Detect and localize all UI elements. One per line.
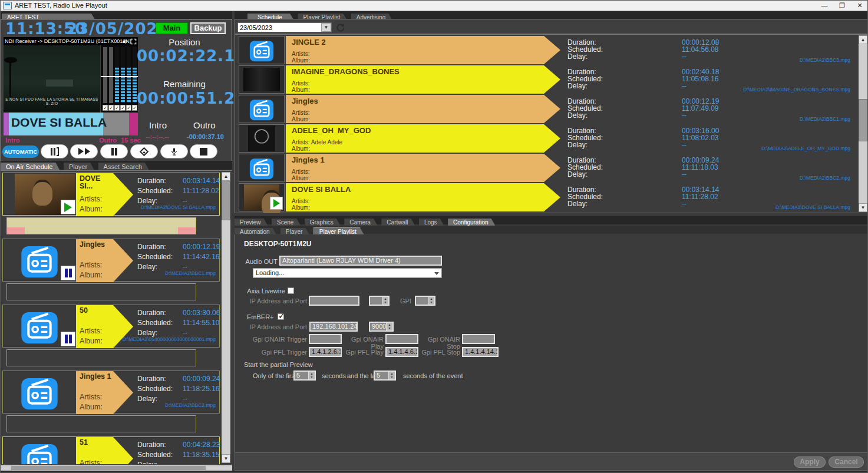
backup-button[interactable]: Backup [190, 22, 226, 34]
gpi-spinner[interactable]: ▲▼ [415, 296, 435, 306]
meter-checkbox-4[interactable]: ✓ [120, 105, 126, 111]
close-button[interactable]: ✕ [852, 1, 867, 10]
schedule-scrollbar[interactable]: ▲ ▼ [859, 35, 867, 212]
spinner-buttons[interactable]: ▲▼ [388, 372, 395, 379]
microphone-button[interactable] [160, 144, 188, 158]
album-label: Album: [80, 205, 103, 213]
meter-checkbox-2[interactable]: ✓ [108, 105, 114, 111]
file-path: D:\MEDIA2\DOVE SI BALLA.mpg [141, 204, 216, 210]
cancel-button[interactable]: Cancel [829, 457, 864, 468]
ember-checkbox[interactable]: ✓ [278, 313, 284, 320]
video-preview[interactable]: E NON SI PUO FARE LA STORIA SE TI MANASS… [4, 45, 100, 114]
video-detail [46, 80, 73, 87]
schedule-row[interactable]: Jingles 1 Artists: Album: Duration:00:00… [239, 154, 856, 182]
automatic-button[interactable]: AUTOMATIC [2, 145, 39, 158]
axia-livewire-checkbox[interactable] [288, 287, 294, 294]
spinner-buttons[interactable]: ▲▼ [386, 323, 392, 330]
maximize-button[interactable]: ❐ [834, 1, 850, 10]
delay-label: Delay: [567, 52, 588, 61]
scheduled-label: Scheduled: [137, 451, 173, 459]
fast-forward-button[interactable] [70, 144, 98, 158]
schedule-date-input[interactable] [237, 22, 332, 32]
playlist-scrollbar[interactable]: ▲ ▼ [222, 172, 230, 463]
axia-port-spinner[interactable]: ▲▼ [369, 296, 390, 306]
delay-label: Delay: [137, 461, 157, 464]
file-path: D:\MEDIA2\BBC2.mpg [165, 402, 216, 408]
pause-button[interactable] [100, 144, 128, 158]
meter-bar-3 [115, 47, 119, 103]
artists-label: Artists: [292, 51, 310, 57]
pause-at-end-button[interactable] [41, 144, 68, 158]
ember-port-spinner[interactable]: 9000▲▼ [369, 322, 394, 332]
album-art [243, 68, 280, 91]
scroll-thumb[interactable] [222, 181, 230, 220]
schedule-row[interactable]: JINGLE 2 Artists: Album: Duration:00:00:… [239, 36, 856, 64]
gpi-button[interactable] [130, 144, 158, 158]
speaker-icon[interactable] [122, 38, 128, 45]
playing-indicator [270, 197, 283, 210]
schedule-row[interactable]: DOVE SI BALLA Artists: Album: Duration:0… [239, 183, 856, 211]
playlist-item[interactable]: DOVE SI... Artists: Album: Duration:00:0… [2, 173, 220, 216]
last-seconds-spinner[interactable]: 5▲▼ [374, 371, 396, 381]
ember-label: EmBER+ [247, 313, 273, 320]
scroll-down-button[interactable]: ▼ [859, 203, 867, 212]
event-arrow: Jingles Artists: Album: [76, 239, 133, 282]
axia-ip-port-label: IP Address and Port [244, 297, 307, 305]
refresh-button[interactable] [335, 22, 346, 33]
fast-forward-icon [78, 148, 84, 155]
playlist-item[interactable]: 51 Artists: Album: Duration:00:04:28.23 … [2, 436, 220, 464]
delay-label: Delay: [137, 329, 157, 337]
hscroll-thumb[interactable] [11, 466, 206, 470]
ember-ip-field[interactable]: 192.168.101.240 [309, 322, 358, 332]
pause-icon [111, 148, 114, 156]
apply-button[interactable]: Apply [794, 457, 826, 468]
first-seconds-label: Only of the first [253, 372, 296, 379]
schedule-row[interactable]: IMAGINE_DRAGONS_BONES Artists: Album: Du… [239, 65, 856, 94]
last-seconds-value: 5 [377, 372, 380, 379]
album-art [248, 125, 275, 151]
meter-bar-2 [109, 47, 113, 103]
schedule-row[interactable]: ADELE_OH_MY_GOD Artists: Adele Adele Alb… [239, 124, 856, 153]
delay-label: Delay: [567, 141, 588, 149]
spinner-buttons[interactable]: ▲▼ [308, 372, 315, 379]
fullscreen-icon[interactable] [130, 38, 137, 45]
playlist-item[interactable]: Jingles 1 Artists: Album: Duration:00:00… [2, 371, 220, 414]
event-title: JINGLE 2 [292, 38, 560, 47]
duration-value: 00:03:30.06 [183, 309, 220, 317]
audio-out-field[interactable]: Altoparlanti (Lawo R3LAY WDM Driver 4) [279, 256, 442, 266]
paused-indicator [61, 266, 75, 280]
scroll-up-button[interactable]: ▲ [859, 35, 867, 44]
scroll-thumb[interactable] [859, 99, 867, 141]
gpi-pfl-trigger-field[interactable]: 1.4.1.2.6.1 [309, 347, 342, 357]
playlist-item[interactable]: Jingles Artists: Album: Duration:00:00:1… [2, 239, 220, 282]
delay-label: Delay: [137, 197, 157, 205]
date-display: 23/05/2023 [67, 20, 169, 38]
meter-checkbox-5[interactable]: ✓ [126, 105, 131, 111]
audio-device-select[interactable]: Loading... [253, 268, 442, 278]
scroll-up-button[interactable]: ▲ [222, 172, 230, 181]
gpi-label: GPI [400, 297, 411, 305]
scroll-down-button[interactable]: ▼ [222, 454, 230, 463]
meter-checkbox-1[interactable]: ✓ [103, 105, 108, 111]
intro-inline-label: Intro [5, 137, 19, 144]
main-button[interactable]: Main [156, 22, 188, 34]
gpi-onair-trigger-field[interactable] [309, 334, 342, 344]
radio-icon [21, 242, 58, 279]
schedule-row[interactable]: Jingles Artists: Album: Duration:00:00:1… [239, 95, 856, 123]
meter-checkbox-3[interactable]: ✓ [114, 105, 120, 111]
first-seconds-spinner[interactable]: 5▲▼ [293, 371, 316, 381]
spinner-buttons[interactable]: ▲▼ [428, 297, 434, 305]
event-title: ADELE_OH_MY_GOD [292, 126, 560, 135]
delay-value: -- [682, 52, 687, 61]
playlist-horizontal-scrollbar[interactable] [1, 465, 232, 471]
calendar-dropdown-button[interactable]: ▼ [321, 23, 331, 32]
stop-button[interactable] [190, 144, 217, 158]
minimize-button[interactable]: — [817, 1, 832, 10]
spinner-buttons[interactable]: ▲▼ [382, 297, 388, 305]
gpi-pfl-stop-field[interactable]: 1.4.1.4.14.1 [462, 347, 499, 357]
playlist-item[interactable]: 50 Artists: Album: Duration:00:03:30.06 … [2, 305, 220, 348]
gpi-onair-stop-field[interactable] [462, 334, 495, 344]
artists-value: Adele Adele [311, 139, 342, 145]
album-label: Album: [292, 145, 310, 152]
axia-ip-field[interactable] [309, 296, 359, 306]
